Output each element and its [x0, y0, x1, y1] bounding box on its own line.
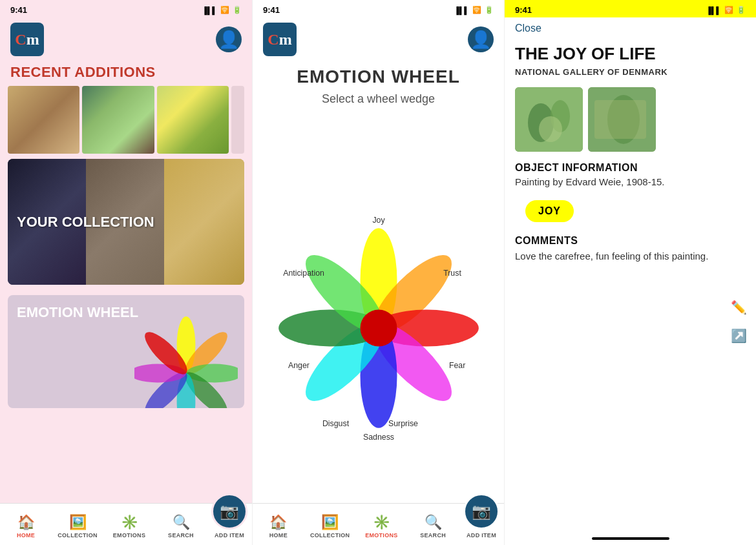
nav-search-label-1: SEARCH	[168, 532, 194, 539]
collection-icon-2: 🖼️	[321, 514, 339, 531]
collection-banner[interactable]: Your Collection	[8, 159, 244, 285]
wheel-subtitle: Select a wheel wedge	[253, 90, 504, 111]
wheel-center	[360, 310, 397, 347]
avatar-btn-2[interactable]: 👤	[468, 26, 494, 52]
battery-icon-3: 🔋	[737, 6, 746, 14]
status-bar-1: 9:41 ▐▌▌ 🛜 🔋	[0, 0, 252, 17]
emotions-icon-2: ✳️	[373, 514, 390, 531]
nav-collection-label-2: COLLECTION	[310, 532, 350, 539]
time-3: 9:41	[515, 5, 532, 15]
artwork-title: The Joy of Life	[505, 39, 756, 66]
add-item-btn-1[interactable]: 📷	[211, 493, 247, 530]
status-icons-1: ▐▌▌ 🛜 🔋	[202, 6, 242, 14]
camera-icon-1: 📷	[220, 502, 239, 520]
panel-home: 9:41 ▐▌▌ 🛜 🔋 Cm 👤 Recent Additions Your …	[0, 0, 252, 545]
artwork-thumb-1-svg	[515, 87, 583, 152]
header-2: Cm 👤	[253, 17, 504, 61]
status-icons-2: ▐▌▌ 🛜 🔋	[454, 6, 494, 14]
panel-emotion-wheel: 9:41 ▐▌▌ 🛜 🔋 Cm 👤 EMOTION WHEEL Select a…	[252, 0, 504, 545]
label-joy: Joy	[372, 216, 385, 225]
joy-emotion-tag[interactable]: JOY	[525, 200, 574, 222]
recent-additions-title: Recent Additions	[0, 61, 252, 86]
nav-home-1[interactable]: 🏠 HOME	[0, 514, 52, 540]
recent-img-3[interactable]	[157, 86, 229, 154]
nav-add-item-2[interactable]: 📷 ADD ITEM	[459, 493, 504, 540]
object-info-title: Object Information	[505, 157, 756, 176]
mini-wheel-svg	[134, 311, 238, 408]
bottom-nav-2: 🏠 HOME 🖼️ COLLECTION ✳️ EMOTIONS 🔍 SEARC…	[253, 503, 504, 545]
nav-add-item-1[interactable]: 📷 ADD ITEM	[207, 493, 252, 540]
recent-img-2[interactable]	[82, 86, 154, 154]
wifi-icon-3: 🛜	[724, 6, 733, 14]
col-img-3	[164, 159, 244, 285]
label-sadness: Sadness	[362, 433, 394, 442]
logo-2: Cm	[263, 23, 297, 56]
share-btn[interactable]: ↗️	[731, 328, 747, 344]
nav-emotions-2[interactable]: ✳️ EMOTIONS	[356, 514, 408, 540]
avatar-icon-2: 👤	[470, 30, 491, 50]
label-anger: Anger	[288, 361, 310, 370]
panel-artwork-detail: 9:41 ▐▌▌ 🛜 🔋 Close The Joy of Life Natio…	[504, 0, 756, 545]
header-1: Cm 👤	[0, 17, 252, 61]
bottom-nav-1: 🏠 HOME 🖼️ COLLECTION ✳️ EMOTIONS 🔍 SEARC…	[0, 503, 252, 545]
nav-collection-1[interactable]: 🖼️ COLLECTION	[52, 514, 103, 540]
comments-title: Comments	[505, 230, 756, 249]
nav-home-label-2: HOME	[269, 532, 288, 539]
nav-search-label-2: SEARCH	[420, 532, 446, 539]
search-icon-2: 🔍	[425, 514, 442, 531]
recent-grid	[0, 86, 252, 154]
time-1: 9:41	[10, 5, 27, 15]
nav-home-label-1: HOME	[17, 532, 35, 539]
museum-name: National Gallery of Denmark	[505, 66, 756, 82]
nav-collection-label-1: COLLECTION	[58, 532, 98, 539]
label-trust: Trust	[443, 269, 461, 278]
object-info-text: Painting by Edvard Weie, 1908-15.	[505, 176, 756, 192]
nav-search-1[interactable]: 🔍 SEARCH	[155, 514, 207, 540]
nav-search-2[interactable]: 🔍 SEARCH	[407, 514, 459, 540]
side-actions: ✏️ ↗️	[731, 300, 747, 344]
nav-add-label-2: ADD ITEM	[467, 532, 496, 539]
status-bar-2: 9:41 ▐▌▌ 🛜 🔋	[253, 0, 504, 17]
emotion-wheel-title: EMOTION WHEEL	[253, 61, 504, 90]
artwork-images	[505, 82, 756, 157]
close-btn[interactable]: Close	[505, 17, 756, 39]
avatar-btn-1[interactable]: 👤	[216, 26, 242, 52]
wheel-container: Joy Trust Fear Surprise Sadness Disgust …	[253, 111, 504, 545]
emotion-wheel-svg: Joy Trust Fear Surprise Sadness Disgust …	[269, 205, 488, 451]
label-disgust: Disgust	[322, 419, 349, 428]
avatar-icon-1: 👤	[218, 30, 239, 50]
artwork-thumb-2-svg	[588, 87, 656, 152]
nav-emotions-label-2: EMOTIONS	[365, 532, 397, 539]
time-2: 9:41	[263, 5, 280, 15]
logo-1: Cm	[10, 23, 44, 56]
signal-icon-3: ▐▌▌	[706, 6, 721, 14]
recent-img-1[interactable]	[8, 86, 79, 154]
emotion-banner[interactable]: Emotion Wheel	[8, 295, 244, 408]
camera-icon-2: 📷	[472, 502, 491, 520]
battery-icon-2: 🔋	[485, 6, 494, 14]
nav-emotions-1[interactable]: ✳️ EMOTIONS	[103, 514, 155, 540]
collection-icon-1: 🖼️	[69, 514, 87, 531]
label-fear: Fear	[448, 361, 465, 370]
nav-add-label-1: ADD ITEM	[215, 532, 244, 539]
signal-icon-2: ▐▌▌	[454, 6, 469, 14]
label-surprise: Surprise	[388, 419, 418, 428]
nav-collection-2[interactable]: 🖼️ COLLECTION	[304, 514, 356, 540]
home-indicator-3	[592, 537, 669, 540]
wifi-icon-2: 🛜	[472, 6, 481, 14]
status-bar-3: 9:41 ▐▌▌ 🛜 🔋	[505, 0, 756, 17]
artwork-thumb-2[interactable]	[588, 87, 656, 152]
emotion-wheel-label: Emotion Wheel	[17, 304, 138, 321]
nav-emotions-label-1: EMOTIONS	[113, 532, 145, 539]
comments-text: Love the carefree, fun feeling of this p…	[505, 249, 756, 268]
nav-home-2[interactable]: 🏠 HOME	[253, 514, 304, 540]
signal-icon: ▐▌▌	[202, 6, 217, 14]
artwork-thumb-1[interactable]	[515, 87, 583, 152]
add-item-btn-2[interactable]: 📷	[463, 493, 499, 530]
search-icon-1: 🔍	[173, 514, 190, 531]
status-icons-3: ▐▌▌ 🛜 🔋	[706, 6, 746, 14]
home-icon-2: 🏠	[269, 514, 287, 531]
recent-img-4	[231, 86, 244, 154]
edit-btn[interactable]: ✏️	[731, 300, 747, 315]
svg-rect-14	[594, 100, 646, 139]
